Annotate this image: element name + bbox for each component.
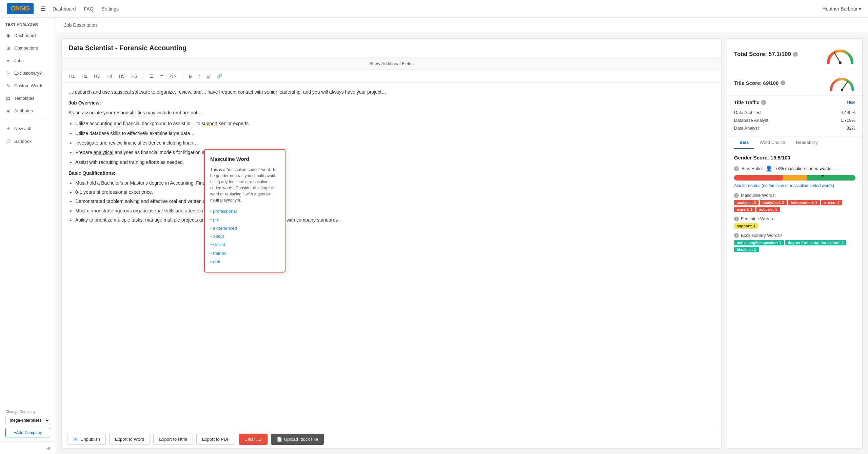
sidebar-item-new-job[interactable]: ＋ New Job (0, 121, 56, 135)
italic-button[interactable]: I (197, 73, 202, 80)
score-panel: Total Score: 57.1/100 i (727, 38, 863, 449)
suggestion-skilled[interactable]: skilled (210, 241, 279, 249)
masculine-badges: analysis: 2 analytical: 2 independent: 1… (734, 200, 855, 212)
suggestion-experienced[interactable]: experienced (210, 224, 279, 233)
collapse-sidebar-button[interactable]: ◀ (0, 441, 56, 454)
editor-panel: Data Scientist - Forensic Accounting Sho… (61, 38, 722, 449)
badge-blacklist[interactable]: blacklist: 1 (734, 247, 759, 252)
traffic-row-1: Data Architect 4,445% (734, 109, 855, 116)
jobs-icon: ≡ (5, 58, 11, 63)
tab-word-choice[interactable]: Word Choice (754, 136, 790, 149)
analysis-tabs: Bias Word Choice Readability (727, 136, 862, 149)
h4-button[interactable]: H4 (104, 73, 114, 80)
sidebar-item-label: Jobs (14, 58, 23, 63)
suggestion-pro[interactable]: pro (210, 216, 279, 224)
tooltip-description: This is a "masculine-coded" word. To be … (210, 167, 279, 203)
h1-button[interactable]: H1 (67, 73, 77, 80)
total-score-text: Total Score: 57.1/100 (734, 51, 791, 58)
hamburger-icon[interactable]: ☰ (40, 5, 46, 13)
upload-docx-button[interactable]: 📄 Upload .docx File (271, 434, 324, 445)
tab-readability[interactable]: Readability (790, 136, 823, 149)
hide-traffic-button[interactable]: Hide (847, 100, 855, 105)
logo[interactable]: ONGIG (7, 3, 34, 14)
numbered-list-button[interactable]: ≡ (158, 73, 165, 80)
suggestion-adept[interactable]: adept (210, 232, 279, 241)
title-score-info-icon[interactable]: i (781, 80, 785, 85)
underline-button[interactable]: U (204, 73, 212, 80)
svg-line-2 (842, 81, 848, 90)
editor-body[interactable]: …research and use statistical software t… (62, 83, 721, 430)
attributes-icon: ◈ (5, 108, 11, 113)
company-select[interactable]: mega-enterprises (5, 416, 50, 425)
badge-native-english[interactable]: native english speaker: 1 (734, 240, 784, 245)
sidebar-item-templates[interactable]: ▤ Templates (0, 92, 56, 105)
list-item-4: Prepare analytical analyses as financial… (75, 149, 714, 156)
aim-neutral-text[interactable]: Aim for neutral (no feminine or masculin… (734, 183, 855, 188)
sidebar-item-label: New Job (14, 126, 32, 131)
link-button[interactable]: 🔗 (215, 73, 224, 80)
add-company-button[interactable]: +Add Company (5, 428, 50, 437)
badge-analysis[interactable]: analysis: 2 (734, 200, 758, 205)
bias-bar-green (807, 175, 855, 181)
export-pdf-button[interactable]: Export to PDF (196, 434, 236, 445)
sidebar-item-exclusionary[interactable]: ⚐ Exclusionary? (0, 67, 56, 79)
sidebar-item-attributes[interactable]: ◈ Attributes (0, 105, 56, 117)
email-icon: 📧 (73, 437, 78, 442)
toolbar-separator (143, 73, 143, 79)
badge-expert[interactable]: expert: 1 (734, 207, 755, 212)
h6-button[interactable]: H6 (129, 73, 139, 80)
company-section: Change Company mega-enterprises +Add Com… (0, 405, 56, 441)
title-traffic-info-icon[interactable]: i (761, 100, 766, 105)
editor-paragraph-1: …research and use statistical software t… (68, 88, 714, 96)
nav-settings[interactable]: Settings (102, 6, 119, 12)
total-score-info-icon[interactable]: i (793, 52, 798, 57)
bias-ratio-info-icon[interactable]: i (734, 166, 739, 171)
masculine-info-icon[interactable]: i (734, 193, 739, 198)
badge-actively[interactable]: actively: 1 (756, 207, 780, 212)
sidebar-item-jobs[interactable]: ≡ Jobs (0, 54, 56, 67)
h5-button[interactable]: H5 (117, 73, 127, 80)
badge-independent[interactable]: independent: 1 (788, 200, 820, 205)
user-menu[interactable]: Heather Barbour ▾ (823, 6, 861, 12)
suggestion-trained[interactable]: trained (210, 249, 279, 258)
feminine-badges: support: 3 (734, 223, 855, 229)
h3-button[interactable]: H3 (92, 73, 102, 80)
badge-driven[interactable]: driven: 1 (821, 200, 842, 205)
exclusionary-info-icon[interactable]: i (734, 233, 739, 238)
code-button[interactable]: </> (167, 73, 178, 80)
badge-support[interactable]: support: 3 (734, 223, 758, 229)
svg-point-1 (839, 61, 842, 64)
nav-dashboard[interactable]: Dashboard (53, 6, 76, 12)
sandbox-icon: ⬡ (5, 139, 11, 144)
feminine-info-icon[interactable]: i (734, 216, 739, 221)
sidebar-item-dashboard[interactable]: ◉ Dashboard (0, 29, 56, 42)
editor-toolbar: H1 H2 H3 H4 H5 H6 ☰ ≡ </> B I U 🔗 (62, 70, 721, 83)
tab-bias[interactable]: Bias (734, 136, 754, 149)
bias-marker: ▼ (821, 174, 825, 178)
unpublish-button[interactable]: 📧 Unpublish (67, 434, 106, 445)
nav-faq[interactable]: FAQ (84, 6, 94, 12)
person-icon: 👤 (766, 165, 772, 172)
traffic-row-3: Data Analyst 82% (734, 124, 855, 132)
export-word-button[interactable]: Export to Word (109, 434, 150, 445)
sidebar-item-custom-words[interactable]: ✎ Custom Words (0, 79, 56, 92)
h2-button[interactable]: H2 (80, 73, 90, 80)
sidebar-item-label: Competitors (14, 45, 38, 51)
suggestion-professional[interactable]: professional (210, 207, 279, 216)
title-traffic-label: Title Traffic i (734, 100, 766, 105)
templates-icon: ▤ (5, 96, 11, 101)
badge-degree-top-tier[interactable]: degree from a top tier school: 1 (785, 240, 846, 245)
show-additional-fields-button[interactable]: Show Additional Fields (62, 58, 721, 70)
bullet-list-button[interactable]: ☰ (147, 73, 156, 80)
sidebar-item-competitors[interactable]: ⊞ Competitors (0, 42, 56, 54)
list-item-5: Assist with recruiting and training effo… (75, 158, 714, 166)
suggestion-deft[interactable]: deft (210, 258, 279, 266)
job-title: Data Scientist - Forensic Accounting (62, 39, 721, 58)
badge-analytical[interactable]: analytical: 2 (760, 200, 787, 205)
export-html-button[interactable]: Export to Html (153, 434, 193, 445)
sidebar-item-sandbox[interactable]: ⬡ Sandbox (0, 135, 56, 148)
bold-button[interactable]: B (186, 73, 194, 80)
list-item-3: Investigate and review financial evidenc… (75, 139, 714, 147)
new-job-icon: ＋ (5, 125, 11, 131)
clear-jd-button[interactable]: Clear JD (239, 434, 268, 445)
